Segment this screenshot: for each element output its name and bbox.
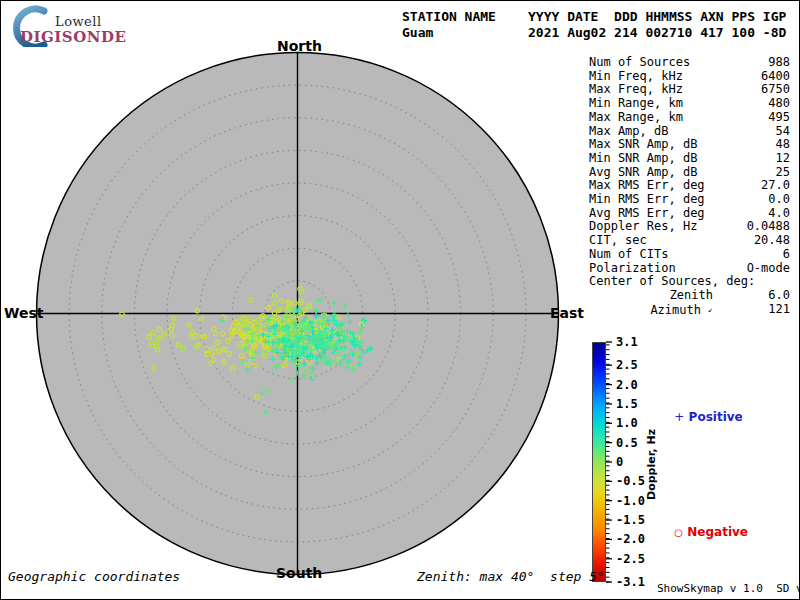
- footer-coordinates: Geographic coordinates: [8, 569, 180, 584]
- stats-label: Avg SNR Amp, dB: [589, 166, 697, 180]
- stats-label: Num of Sources: [589, 56, 690, 70]
- stats-label: Max SNR Amp, dB: [589, 138, 697, 152]
- circle-marker-icon: ○: [674, 527, 683, 538]
- logo-text-lowell: Lowell: [55, 14, 102, 29]
- stats-value: 6750: [761, 83, 790, 97]
- legend-positive-label: Positive: [689, 410, 743, 424]
- stats-row: Num of Sources988: [589, 56, 790, 70]
- stats-row: Avg SNR Amp, dB25: [589, 166, 790, 180]
- colorbar-tick-label: 1.0: [616, 416, 638, 430]
- logo-text-digisonde: DIGISONDE: [20, 28, 126, 46]
- legend-positive: + Positive: [666, 396, 743, 424]
- stats-row: PolarizationO-mode: [589, 262, 790, 276]
- stats-label: Num of CITs: [589, 248, 668, 262]
- stats-value: 6400: [761, 70, 790, 84]
- header-station-label: STATION NAME: [402, 9, 496, 24]
- stats-row: Max Freq, kHz6750: [589, 83, 790, 97]
- stats-panel: Num of Sources988Min Freq, kHz6400Max Fr…: [589, 56, 790, 317]
- stats-row: Num of CITs6: [589, 248, 790, 262]
- stats-value: 54: [776, 125, 790, 139]
- colorbar-tick-label: -2.0: [616, 532, 645, 546]
- stats-value: 12: [776, 152, 790, 166]
- legend-negative-label: Negative: [687, 525, 748, 539]
- stats-label: CIT, sec: [589, 234, 647, 248]
- stats-label: Azimuth ↙: [589, 303, 713, 318]
- stats-label: Max Amp, dB: [589, 125, 668, 139]
- stats-value: 480: [768, 97, 790, 111]
- stats-label: Min RMS Err, deg: [589, 193, 705, 207]
- stats-value: 20.48: [754, 234, 790, 248]
- colorbar-tick-label: 1.5: [616, 397, 638, 411]
- stats-center-header: Center of Sources, deg:: [589, 275, 790, 289]
- stats-row: Azimuth ↙121: [589, 303, 790, 318]
- stats-value: 27.0: [761, 179, 790, 193]
- colorbar-tick-label: -1.5: [616, 513, 645, 527]
- compass-label-west: West: [4, 305, 43, 321]
- stats-row: Doppler Res, Hz0.0488: [589, 220, 790, 234]
- stats-row: Max Amp, dB54: [589, 125, 790, 139]
- stats-row: Min SNR Amp, dB12: [589, 152, 790, 166]
- colorbar-title: Doppler, Hz: [645, 429, 658, 500]
- stats-value: 6.0: [768, 289, 790, 303]
- colorbar-tick-label: 0.5: [616, 436, 638, 450]
- colorbar-tick-label: -3.1: [616, 575, 645, 589]
- stats-label: Zenith: [589, 289, 713, 303]
- colorbar-tick-label: 3.1: [616, 335, 638, 349]
- colorbar-tick-label: 0: [616, 455, 623, 469]
- lowell-digisonde-logo: Lowell DIGISONDE: [8, 5, 128, 47]
- stats-row: CIT, sec20.48: [589, 234, 790, 248]
- stats-label: Max RMS Err, deg: [589, 179, 705, 193]
- stats-value: 0.0488: [747, 220, 790, 234]
- stats-row: Max RMS Err, deg27.0: [589, 179, 790, 193]
- stats-value: O-mode: [747, 262, 790, 276]
- stats-label: Min SNR Amp, dB: [589, 152, 697, 166]
- colorbar-tick-label: 2.0: [616, 378, 638, 392]
- stats-row: Avg RMS Err, deg4.0: [589, 207, 790, 221]
- stats-value: 495: [768, 111, 790, 125]
- footer-zenith-scale: Zenith: max 40° step 5°: [417, 569, 605, 584]
- colorbar-tick-label: 2.5: [616, 358, 638, 372]
- header-columns-value: 2021 Aug02 214 002710 417 100 -8D: [528, 25, 786, 40]
- footer-version: ShowSkymap v 1.0 SD v 5.1: [657, 582, 800, 595]
- stats-row: Zenith6.0: [589, 289, 790, 303]
- stats-value: 0.0: [768, 193, 790, 207]
- stats-value: 4.0: [768, 207, 790, 221]
- compass-label-north: North: [277, 38, 319, 54]
- stats-row: Min Range, km480: [589, 97, 790, 111]
- stats-row: Min RMS Err, deg0.0: [589, 193, 790, 207]
- stats-row: Min Freq, kHz6400: [589, 70, 790, 84]
- stats-label: Max Freq, kHz: [589, 83, 683, 97]
- stats-label: Doppler Res, Hz: [589, 220, 697, 234]
- stats-value: 25: [776, 166, 790, 180]
- stats-label: Avg RMS Err, deg: [589, 207, 705, 221]
- plus-marker-icon: +: [674, 410, 684, 424]
- header-station-value: Guam: [402, 25, 433, 40]
- compass-label-east: East: [550, 305, 584, 321]
- stats-value: 48: [776, 138, 790, 152]
- colorbar-tick-label: -0.5: [616, 474, 645, 488]
- doppler-colorbar: [592, 342, 606, 582]
- stats-label: Min Range, km: [589, 97, 683, 111]
- stats-value: 121: [768, 303, 790, 318]
- stats-label: Max Range, km: [589, 111, 683, 125]
- stats-label: Min Freq, kHz: [589, 70, 683, 84]
- stats-row: Max SNR Amp, dB48: [589, 138, 790, 152]
- azimuth-direction-icon: ↙: [708, 305, 713, 314]
- stats-value: 988: [768, 56, 790, 70]
- stats-value: 6: [783, 248, 790, 262]
- colorbar-tick-label: -2.5: [616, 552, 645, 566]
- colorbar-tick-label: -1.0: [616, 494, 645, 508]
- stats-row: Max Range, km495: [589, 111, 790, 125]
- header-columns-label: YYYY DATE DDD HHMMSS AXN PPS IGP: [528, 9, 786, 24]
- compass-label-south: South: [276, 565, 320, 581]
- legend-negative: ○ Negative: [666, 511, 748, 539]
- stats-label: Polarization: [589, 262, 676, 276]
